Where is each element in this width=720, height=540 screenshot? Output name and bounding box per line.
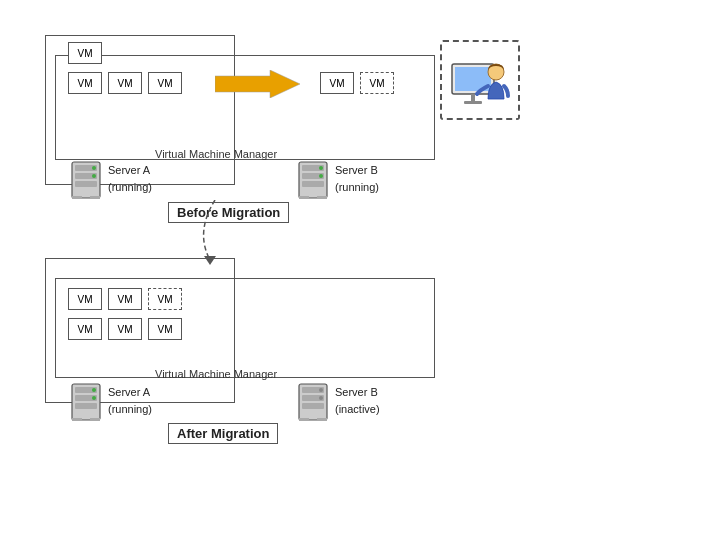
svg-rect-21	[317, 196, 327, 199]
migration-arrow	[215, 70, 300, 98]
user-icon	[444, 44, 514, 116]
svg-rect-34	[302, 403, 324, 409]
vm-after-r2-3: VM	[148, 318, 182, 340]
diagram-area: Virtual Machine Manager VM VM VM VM VM V…	[0, 0, 720, 540]
vm-after-r2-1: VM	[68, 318, 102, 340]
server-b-label-after: Server B (inactive)	[335, 384, 380, 417]
svg-point-28	[92, 396, 96, 400]
svg-rect-9	[75, 181, 97, 187]
svg-rect-29	[72, 418, 82, 421]
vm-after-r1-2: VM	[108, 288, 142, 310]
vmm-label-after: Virtual Machine Manager	[155, 368, 277, 380]
server-a-icon-after	[68, 382, 104, 422]
vm-box-before-right-1: VM	[320, 72, 354, 94]
svg-rect-38	[317, 418, 327, 421]
svg-point-36	[319, 396, 323, 400]
svg-point-27	[92, 388, 96, 392]
vm-box-before-r2-3: VM	[148, 72, 182, 94]
svg-rect-37	[299, 418, 309, 421]
vm-after-r1-1: VM	[68, 288, 102, 310]
after-migration-label: After Migration	[168, 423, 278, 444]
svg-point-18	[319, 166, 323, 170]
vm-after-r2-2: VM	[108, 318, 142, 340]
vm-after-r1-3-dashed: VM	[148, 288, 182, 310]
server-b-icon-before	[295, 160, 331, 200]
vm-box-before-dashed: VM	[360, 72, 394, 94]
server-b-label-before: Server B (running)	[335, 162, 379, 195]
svg-rect-12	[72, 196, 82, 199]
svg-rect-30	[90, 418, 100, 421]
svg-rect-3	[471, 94, 475, 102]
server-b-icon-after	[295, 382, 331, 422]
svg-point-35	[319, 388, 323, 392]
svg-point-11	[92, 174, 96, 178]
svg-rect-4	[464, 101, 482, 104]
svg-point-10	[92, 166, 96, 170]
vmm-label-before: Virtual Machine Manager	[155, 148, 277, 160]
server-a-icon-before	[68, 160, 104, 200]
svg-rect-26	[75, 403, 97, 409]
svg-point-19	[319, 174, 323, 178]
svg-marker-0	[215, 70, 300, 98]
server-a-label-after: Server A (running)	[108, 384, 152, 417]
curved-dashed-arrow	[190, 200, 240, 265]
svg-rect-20	[299, 196, 309, 199]
vm-box-before-top: VM	[68, 42, 102, 64]
svg-rect-17	[302, 181, 324, 187]
vm-box-before-r2-1: VM	[68, 72, 102, 94]
server-a-label-before: Server A (running)	[108, 162, 152, 195]
svg-rect-13	[90, 196, 100, 199]
vm-box-before-r2-2: VM	[108, 72, 142, 94]
